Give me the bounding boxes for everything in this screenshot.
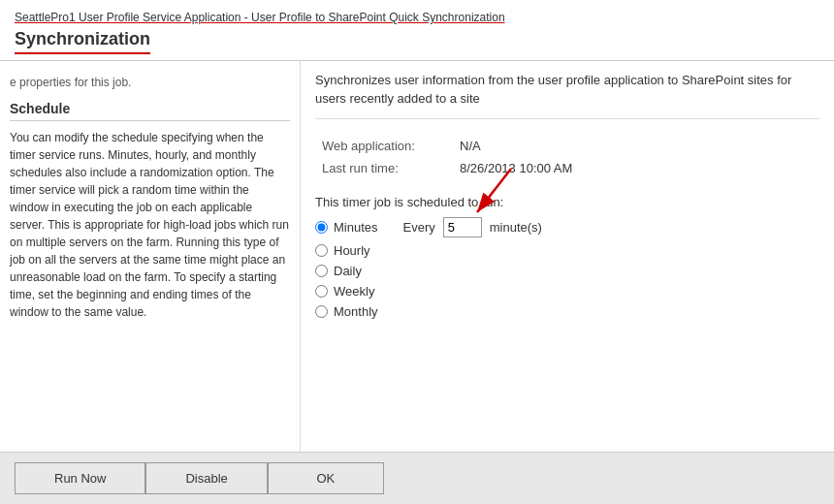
- every-input-container: [443, 217, 482, 237]
- schedule-minutes-item: Minutes Every: [315, 217, 819, 237]
- properties-table: Web application: N/A Last run time: 8/26…: [315, 134, 819, 180]
- properties-label: e properties for this job.: [10, 76, 131, 89]
- disable-button[interactable]: Disable: [145, 462, 267, 494]
- schedule-section-title: Schedule: [10, 101, 290, 121]
- schedule-minutes-label: Minutes: [334, 220, 378, 235]
- schedule-intro: This timer job is scheduled to run:: [315, 195, 819, 209]
- schedule-hourly-item: Hourly: [315, 243, 819, 258]
- page-title: Synchronization: [15, 29, 150, 54]
- schedule-daily-radio[interactable]: [315, 265, 328, 277]
- footer-buttons: Run Now Disable OK: [0, 452, 834, 504]
- last-run-row: Last run time: 8/26/2013 10:00 AM: [317, 158, 818, 178]
- schedule-hourly-radio[interactable]: [315, 244, 328, 257]
- schedule-section: This timer job is scheduled to run: Minu…: [315, 195, 819, 319]
- schedule-monthly-radio[interactable]: [315, 305, 328, 318]
- header-full-title: SeattlePro1 User Profile Service Applica…: [15, 11, 505, 24]
- schedule-weekly-radio[interactable]: [315, 285, 328, 298]
- last-run-label: Last run time:: [317, 158, 453, 178]
- last-run-value: 8/26/2013 10:00 AM: [455, 158, 818, 178]
- every-unit-label: minute(s): [490, 220, 542, 235]
- description-text: Synchronizes user information from the u…: [315, 71, 819, 119]
- schedule-monthly-item: Monthly: [315, 304, 819, 319]
- web-application-value: N/A: [455, 136, 818, 156]
- schedule-daily-label: Daily: [334, 264, 362, 278]
- schedule-radio-group: Minutes Every: [315, 217, 819, 319]
- schedule-minutes-radio[interactable]: [315, 221, 328, 234]
- ok-button[interactable]: OK: [268, 462, 384, 494]
- schedule-hourly-label: Hourly: [334, 243, 370, 258]
- schedule-daily-item: Daily: [315, 264, 819, 278]
- schedule-description: You can modify the schedule specifying w…: [10, 129, 290, 321]
- every-input[interactable]: [443, 217, 482, 237]
- schedule-weekly-label: Weekly: [334, 284, 374, 299]
- schedule-monthly-label: Monthly: [334, 304, 378, 319]
- right-panel: Synchronizes user information from the u…: [301, 61, 834, 452]
- run-now-button[interactable]: Run Now: [15, 462, 145, 494]
- every-row: Every: [403, 217, 542, 237]
- every-label: Every: [403, 220, 435, 235]
- schedule-weekly-item: Weekly: [315, 284, 819, 299]
- web-application-row: Web application: N/A: [317, 136, 818, 156]
- web-application-label: Web application:: [317, 136, 453, 156]
- header-section: SeattlePro1 User Profile Service Applica…: [0, 0, 834, 61]
- main-content: e properties for this job. Schedule You …: [0, 61, 834, 452]
- left-panel: e properties for this job. Schedule You …: [0, 61, 301, 452]
